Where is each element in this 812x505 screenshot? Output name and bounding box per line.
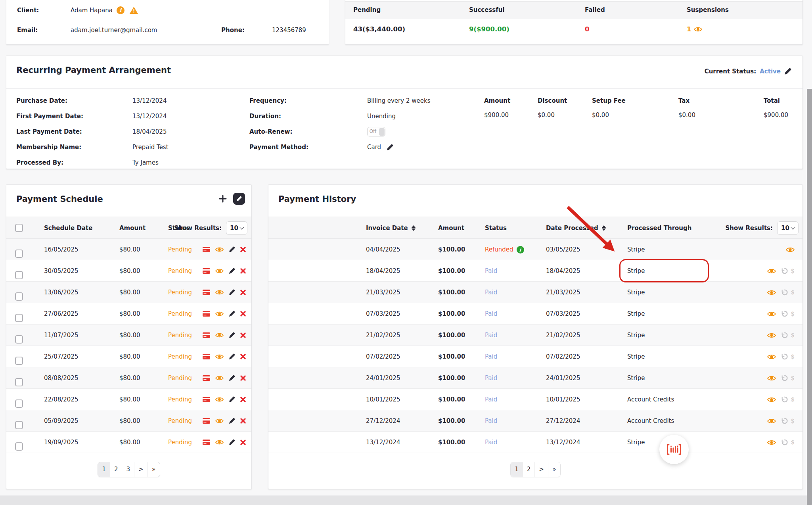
page-button[interactable]: »	[548, 462, 560, 477]
suspensions-eye-icon[interactable]	[694, 27, 702, 32]
view-payment-icon[interactable]	[767, 268, 776, 274]
select-all-checkbox[interactable]	[15, 224, 23, 232]
page-button[interactable]: 1	[98, 462, 110, 477]
edit-payment-method-icon[interactable]	[387, 144, 393, 151]
delete-row-icon[interactable]	[240, 354, 246, 359]
row-checkbox[interactable]	[15, 378, 23, 386]
edit-row-icon[interactable]	[229, 375, 235, 381]
refund-icon[interactable]	[781, 311, 788, 317]
row-checkbox[interactable]	[15, 314, 23, 322]
delete-row-icon[interactable]	[240, 311, 246, 317]
sort-invoice-date-icon[interactable]	[412, 225, 416, 231]
warning-icon[interactable]	[129, 6, 138, 14]
refund-dollar-icon[interactable]: $	[791, 439, 795, 446]
view-payment-icon[interactable]	[767, 418, 776, 424]
view-icon[interactable]	[215, 354, 224, 359]
refund-dollar-icon[interactable]: $	[791, 289, 795, 296]
charge-card-icon[interactable]	[203, 397, 210, 402]
refund-dollar-icon[interactable]: $	[791, 417, 795, 424]
view-icon[interactable]	[215, 311, 224, 317]
page-button[interactable]: 3	[122, 462, 134, 477]
page-button[interactable]: »	[148, 462, 160, 477]
refund-dollar-icon[interactable]: $	[791, 267, 795, 275]
view-payment-icon[interactable]	[767, 397, 776, 403]
refund-dollar-icon[interactable]: $	[791, 374, 795, 382]
row-checkbox[interactable]	[15, 399, 23, 408]
edit-row-icon[interactable]	[229, 332, 235, 338]
charge-card-icon[interactable]	[203, 247, 210, 252]
view-icon[interactable]	[215, 440, 224, 445]
delete-row-icon[interactable]	[240, 290, 246, 295]
charge-card-icon[interactable]	[203, 290, 210, 295]
refund-info-icon[interactable]	[517, 246, 524, 253]
row-checkbox[interactable]	[15, 250, 23, 258]
edit-row-icon[interactable]	[229, 289, 235, 296]
delete-row-icon[interactable]	[240, 440, 246, 445]
edit-row-icon[interactable]	[229, 246, 235, 253]
refund-icon[interactable]	[781, 375, 788, 382]
refund-dollar-icon[interactable]: $	[791, 353, 795, 360]
view-icon[interactable]	[215, 397, 224, 402]
view-icon[interactable]	[215, 290, 224, 295]
charge-card-icon[interactable]	[203, 354, 210, 359]
row-checkbox[interactable]	[15, 442, 23, 451]
client-info-icon[interactable]	[117, 6, 124, 14]
refund-icon[interactable]	[781, 353, 788, 360]
charge-card-icon[interactable]	[203, 311, 210, 317]
charge-card-icon[interactable]	[203, 418, 210, 424]
scrollbar[interactable]	[807, 89, 812, 505]
refund-dollar-icon[interactable]: $	[791, 310, 795, 317]
refund-icon[interactable]	[781, 332, 788, 339]
refund-dollar-icon[interactable]: $	[791, 332, 795, 339]
view-icon[interactable]	[215, 418, 224, 424]
charge-card-icon[interactable]	[203, 375, 210, 381]
edit-row-icon[interactable]	[229, 439, 235, 445]
edit-row-icon[interactable]	[229, 268, 235, 274]
charge-card-icon[interactable]	[203, 440, 210, 445]
refund-icon[interactable]	[781, 418, 788, 424]
delete-row-icon[interactable]	[240, 268, 246, 274]
delete-row-icon[interactable]	[240, 332, 246, 338]
delete-row-icon[interactable]	[240, 375, 246, 381]
view-icon[interactable]	[215, 332, 224, 338]
sort-date-processed-icon[interactable]	[602, 225, 606, 231]
refund-dollar-icon[interactable]: $	[791, 396, 795, 403]
edit-row-icon[interactable]	[229, 311, 235, 317]
auto-renew-toggle[interactable]: Off	[367, 127, 385, 136]
edit-status-icon[interactable]	[784, 68, 791, 75]
page-size-select[interactable]: 10	[226, 221, 247, 235]
delete-row-icon[interactable]	[240, 397, 246, 402]
page-button[interactable]: 2	[110, 462, 123, 477]
view-payment-icon[interactable]	[767, 290, 776, 296]
charge-card-icon[interactable]	[203, 268, 210, 274]
row-checkbox[interactable]	[15, 292, 23, 301]
row-checkbox[interactable]	[15, 421, 23, 429]
row-checkbox[interactable]	[15, 335, 23, 344]
page-button[interactable]: >	[535, 462, 548, 477]
edit-row-icon[interactable]	[229, 396, 235, 403]
view-icon[interactable]	[215, 375, 224, 381]
barcode-scan-button[interactable]	[659, 435, 689, 464]
refund-icon[interactable]	[781, 439, 788, 446]
delete-row-icon[interactable]	[240, 418, 246, 424]
view-payment-icon[interactable]	[767, 440, 776, 445]
refund-icon[interactable]	[781, 289, 788, 296]
row-checkbox[interactable]	[15, 271, 23, 279]
delete-row-icon[interactable]	[240, 247, 246, 252]
history-page-size-select[interactable]: 10	[777, 221, 799, 235]
view-payment-icon[interactable]	[767, 375, 776, 381]
add-schedule-icon[interactable]	[219, 195, 227, 203]
charge-card-icon[interactable]	[203, 332, 210, 338]
view-payment-icon[interactable]	[786, 247, 795, 253]
view-icon[interactable]	[215, 268, 224, 274]
page-button[interactable]: 1	[511, 462, 523, 477]
view-icon[interactable]	[215, 247, 224, 252]
page-button[interactable]: 2	[523, 462, 535, 477]
edit-row-icon[interactable]	[229, 353, 235, 360]
edit-schedule-button[interactable]	[233, 193, 245, 205]
refund-icon[interactable]	[781, 268, 788, 275]
edit-row-icon[interactable]	[229, 418, 235, 424]
refund-icon[interactable]	[781, 396, 788, 403]
row-checkbox[interactable]	[15, 357, 23, 365]
view-payment-icon[interactable]	[767, 311, 776, 317]
